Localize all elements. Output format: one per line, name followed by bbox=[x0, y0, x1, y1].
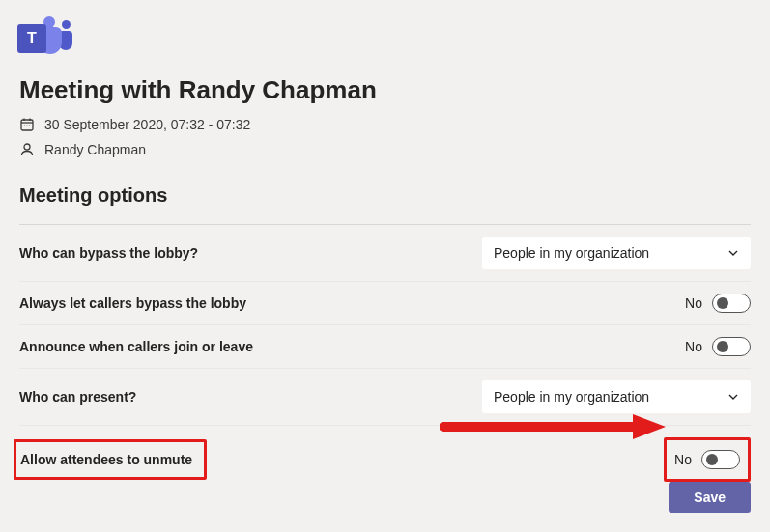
svg-point-4 bbox=[24, 125, 25, 126]
teams-logo-icon: T bbox=[17, 19, 68, 58]
person-icon bbox=[19, 142, 35, 157]
unmute-toggle-group: No bbox=[664, 437, 751, 482]
svg-point-5 bbox=[26, 125, 27, 126]
callers-bypass-toggle-group: No bbox=[685, 294, 751, 313]
present-dropdown-value: People in my organization bbox=[494, 389, 649, 405]
svg-point-7 bbox=[24, 144, 30, 150]
announce-toggle-group: No bbox=[685, 337, 751, 356]
option-row-present: Who can present? People in my organizati… bbox=[19, 369, 751, 426]
unmute-state: No bbox=[674, 452, 692, 467]
svg-point-6 bbox=[29, 125, 30, 126]
option-label-unmute: Allow attendees to unmute bbox=[14, 439, 207, 480]
lobby-dropdown-value: People in my organization bbox=[494, 245, 649, 261]
option-label-announce: Announce when callers join or leave bbox=[19, 339, 253, 354]
option-row-unmute: Allow attendees to unmute No bbox=[19, 426, 751, 493]
section-title: Meeting options bbox=[19, 184, 751, 207]
option-row-announce: Announce when callers join or leave No bbox=[19, 325, 751, 369]
present-dropdown[interactable]: People in my organization bbox=[482, 380, 751, 413]
chevron-down-icon bbox=[727, 391, 739, 403]
meeting-datetime: 30 September 2020, 07:32 - 07:32 bbox=[44, 117, 250, 132]
meeting-organizer: Randy Chapman bbox=[44, 142, 146, 157]
option-label-callers-bypass: Always let callers bypass the lobby bbox=[19, 295, 246, 311]
lobby-dropdown[interactable]: People in my organization bbox=[482, 237, 751, 269]
chevron-down-icon bbox=[727, 247, 739, 259]
option-row-callers-bypass: Always let callers bypass the lobby No bbox=[19, 282, 751, 325]
calendar-icon bbox=[19, 117, 35, 132]
meeting-title: Meeting with Randy Chapman bbox=[19, 75, 751, 105]
callers-bypass-state: No bbox=[685, 295, 702, 311]
option-row-lobby: Who can bypass the lobby? People in my o… bbox=[19, 225, 751, 282]
meeting-datetime-row: 30 September 2020, 07:32 - 07:32 bbox=[19, 117, 751, 132]
option-label-present: Who can present? bbox=[19, 389, 136, 405]
meeting-organizer-row: Randy Chapman bbox=[19, 142, 751, 157]
save-button[interactable]: Save bbox=[669, 482, 751, 513]
callers-bypass-toggle[interactable] bbox=[712, 294, 751, 313]
announce-toggle[interactable] bbox=[712, 337, 751, 356]
option-label-lobby: Who can bypass the lobby? bbox=[19, 245, 198, 261]
unmute-toggle[interactable] bbox=[701, 450, 740, 469]
announce-state: No bbox=[685, 339, 702, 354]
